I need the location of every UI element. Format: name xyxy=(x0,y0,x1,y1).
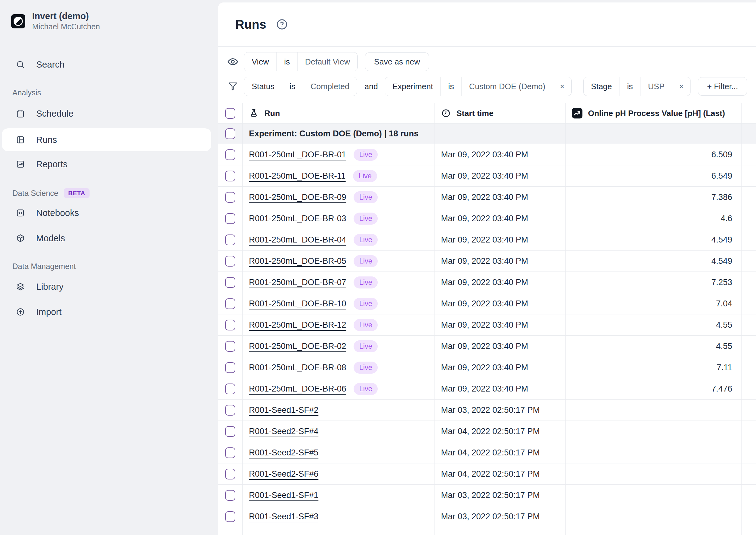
sidebar-item-search[interactable]: Search xyxy=(0,54,218,75)
section-label-text: Data Science xyxy=(12,189,58,198)
row-checkbox[interactable] xyxy=(225,405,235,416)
spacer-cell xyxy=(742,272,756,293)
run-link[interactable]: R001-Seed1-SF#3 xyxy=(249,512,318,521)
save-as-new-button[interactable]: Save as new xyxy=(365,52,429,71)
view-chip: View is Default View xyxy=(244,52,358,71)
start-time-cell: Mar 04, 2022 02:50:17 PM xyxy=(435,442,566,463)
ph-value-cell: 4.55 xyxy=(566,336,742,357)
live-badge: Live xyxy=(354,255,378,267)
sidebar-item-label: Search xyxy=(36,60,65,70)
sidebar-item-notebooks[interactable]: Notebooks xyxy=(0,203,218,223)
run-link[interactable]: R001-Seed2-SF#4 xyxy=(249,427,318,436)
row-checkbox[interactable] xyxy=(225,320,235,330)
filter-operator-button[interactable]: is xyxy=(440,77,461,96)
remove-filter-icon[interactable]: × xyxy=(553,77,571,96)
table-row: R001-250mL_DOE-BR-05LiveMar 09, 2022 03:… xyxy=(218,250,756,272)
view-operator-button[interactable]: is xyxy=(276,52,297,71)
row-checkbox[interactable] xyxy=(225,171,235,182)
spacer-cell xyxy=(742,314,756,335)
run-cell: R001-250mL_DOE-BR-09Live xyxy=(243,187,435,208)
start-time-cell: Mar 09, 2022 03:40 PM xyxy=(435,293,566,314)
run-link[interactable]: R001-Seed2-SF#6 xyxy=(249,469,318,479)
page-header: Runs xyxy=(218,2,756,46)
filter-chip-stage: Stage is USP × xyxy=(583,77,691,96)
spacer-cell xyxy=(742,103,756,124)
sidebar-item-library[interactable]: Library xyxy=(0,276,218,297)
row-checkbox[interactable] xyxy=(225,341,235,352)
row-checkbox[interactable] xyxy=(225,192,235,203)
row-checkbox[interactable] xyxy=(225,511,235,522)
sidebar-item-schedule[interactable]: Schedule xyxy=(0,103,218,124)
table-row: R001-Seed2-SF#5Mar 04, 2022 02:50:17 PM xyxy=(218,442,756,464)
sidebar-item-models[interactable]: Models xyxy=(0,228,218,248)
row-checkbox-cell xyxy=(218,336,243,357)
row-checkbox[interactable] xyxy=(225,469,235,479)
row-checkbox[interactable] xyxy=(225,362,235,373)
sidebar-section-data-science: Data Science BETA xyxy=(12,188,90,198)
table-row: R001-250mL_DOE-BR-07LiveMar 09, 2022 03:… xyxy=(218,272,756,293)
group-select-checkbox[interactable] xyxy=(225,128,235,139)
run-link[interactable]: R001-250mL_DOE-BR-04 xyxy=(249,235,346,245)
filter-value-button[interactable]: USP xyxy=(640,77,672,96)
spacer-cell xyxy=(742,400,756,421)
filter-value-button[interactable]: Completed xyxy=(303,77,357,96)
run-link[interactable]: R001-Seed1-SF#2 xyxy=(249,406,318,415)
spacer-cell xyxy=(742,527,756,535)
select-all-checkbox[interactable] xyxy=(225,108,235,119)
row-checkbox[interactable] xyxy=(225,426,235,437)
remove-filter-icon[interactable]: × xyxy=(672,77,690,96)
filter-field-button[interactable]: Stage xyxy=(584,77,620,96)
sidebar-item-label: Notebooks xyxy=(36,208,79,218)
run-link[interactable]: R001-250mL_DOE-BR-03 xyxy=(249,214,346,223)
row-checkbox[interactable] xyxy=(225,213,235,224)
row-checkbox[interactable] xyxy=(225,235,235,245)
run-link[interactable]: R001-250mL_DOE-BR-01 xyxy=(249,150,346,159)
filter-value-button[interactable]: Custom DOE (Demo) xyxy=(461,77,553,96)
live-badge: Live xyxy=(354,191,378,203)
column-header-run[interactable]: Run xyxy=(243,103,435,124)
run-cell: R001-250mL_DOE-BR-01Live xyxy=(243,144,435,165)
row-checkbox[interactable] xyxy=(225,447,235,458)
start-time-cell: Mar 09, 2022 03:40 PM xyxy=(435,357,566,378)
help-icon[interactable] xyxy=(276,18,288,31)
sidebar-item-reports[interactable]: Reports xyxy=(0,154,218,174)
run-link[interactable]: R001-250mL_DOE-BR-02 xyxy=(249,342,346,351)
sidebar-item-runs[interactable]: Runs xyxy=(2,128,211,151)
view-value-button[interactable]: Default View xyxy=(297,52,358,71)
column-header-start-time[interactable]: Start time xyxy=(435,103,566,124)
run-link[interactable]: R001-Seed1-SF#1 xyxy=(249,491,318,500)
run-link[interactable]: R001-250mL_DOE-BR-08 xyxy=(249,363,346,372)
column-header-ph[interactable]: Online pH Process Value [pH] (Last) xyxy=(566,103,742,124)
live-badge: Live xyxy=(354,340,378,352)
sidebar-item-import[interactable]: Import xyxy=(0,302,218,322)
row-checkbox[interactable] xyxy=(225,298,235,309)
run-link[interactable]: R001-Seed2-SF#5 xyxy=(249,448,318,458)
run-link[interactable]: R001-250mL_DOE-BR-09 xyxy=(249,192,346,202)
view-field-button[interactable]: View xyxy=(244,52,276,71)
ph-value-cell xyxy=(566,464,742,484)
filter-operator-button[interactable]: is xyxy=(620,77,641,96)
ph-value-cell: 7.04 xyxy=(566,293,742,314)
start-time-cell: Mar 09, 2022 03:40 PM xyxy=(435,229,566,250)
metric-tile-icon xyxy=(572,108,583,119)
table-row: R001-Seed1-SF#2Mar 03, 2022 02:50:17 PM xyxy=(218,400,756,421)
filter-field-button[interactable]: Experiment xyxy=(385,77,441,96)
table-row: R001-250mL_DOE-BR-10LiveMar 09, 2022 03:… xyxy=(218,293,756,314)
filter-field-button[interactable]: Status xyxy=(244,77,282,96)
row-checkbox[interactable] xyxy=(225,256,235,267)
add-filter-button[interactable]: + Filter... xyxy=(698,77,747,96)
row-checkbox[interactable] xyxy=(225,149,235,160)
run-link[interactable]: R001-250mL_DOE-BR-10 xyxy=(249,299,346,309)
run-link[interactable]: R001-250mL_DOE-BR-11 xyxy=(249,171,346,181)
row-checkbox[interactable] xyxy=(225,490,235,501)
run-link[interactable]: R001-250mL_DOE-BR-06 xyxy=(249,384,346,394)
workspace-switcher[interactable]: Invert (demo) Michael McCutchen xyxy=(11,11,100,31)
run-link[interactable]: R001-250mL_DOE-BR-05 xyxy=(249,256,346,266)
run-link[interactable]: R001-250mL_DOE-BR-12 xyxy=(249,320,346,330)
run-link[interactable]: R001-250mL_DOE-BR-07 xyxy=(249,278,346,287)
table-row-partial xyxy=(218,527,756,535)
live-badge: Live xyxy=(354,234,378,246)
filter-operator-button[interactable]: is xyxy=(282,77,303,96)
row-checkbox[interactable] xyxy=(225,277,235,288)
row-checkbox[interactable] xyxy=(225,383,235,394)
